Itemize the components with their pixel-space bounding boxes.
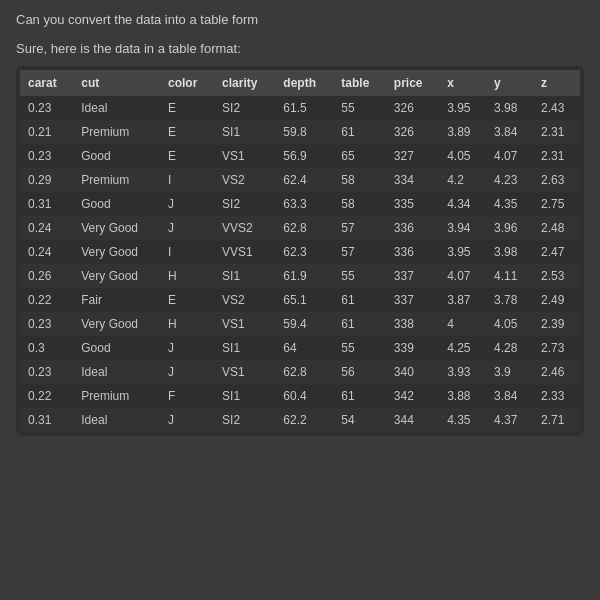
table-header: caratcutcolorclaritydepthtablepricexyz (20, 70, 580, 96)
table-cell-12-5: 61 (333, 384, 385, 408)
table-cell-13-4: 62.2 (275, 408, 333, 432)
table-cell-7-0: 0.26 (20, 264, 73, 288)
table-cell-2-0: 0.23 (20, 144, 73, 168)
column-header-x: x (439, 70, 486, 96)
table-row: 0.24Very GoodIVVS162.3573363.953.982.47 (20, 240, 580, 264)
column-header-depth: depth (275, 70, 333, 96)
table-cell-8-8: 3.78 (486, 288, 533, 312)
table-row: 0.23IdealESI261.5553263.953.982.43 (20, 96, 580, 120)
table-cell-8-3: VS2 (214, 288, 275, 312)
table-cell-3-5: 58 (333, 168, 385, 192)
table-cell-8-5: 61 (333, 288, 385, 312)
table-cell-9-8: 4.05 (486, 312, 533, 336)
table-cell-0-6: 326 (386, 96, 439, 120)
data-table-container: caratcutcolorclaritydepthtablepricexyz 0… (16, 66, 584, 436)
table-cell-6-1: Very Good (73, 240, 160, 264)
table-cell-5-6: 336 (386, 216, 439, 240)
table-cell-7-8: 4.11 (486, 264, 533, 288)
table-cell-11-7: 3.93 (439, 360, 486, 384)
table-cell-4-5: 58 (333, 192, 385, 216)
table-cell-2-5: 65 (333, 144, 385, 168)
chat-area: Can you convert the data into a table fo… (0, 0, 600, 448)
column-header-clarity: clarity (214, 70, 275, 96)
table-cell-9-0: 0.23 (20, 312, 73, 336)
user-message-text: Can you convert the data into a table fo… (16, 12, 258, 27)
table-cell-11-4: 62.8 (275, 360, 333, 384)
table-cell-10-8: 4.28 (486, 336, 533, 360)
table-cell-9-7: 4 (439, 312, 486, 336)
table-cell-12-0: 0.22 (20, 384, 73, 408)
table-cell-1-2: E (160, 120, 214, 144)
table-cell-9-6: 338 (386, 312, 439, 336)
assistant-message: Sure, here is the data in a table format… (16, 41, 584, 56)
table-cell-0-0: 0.23 (20, 96, 73, 120)
table-cell-5-5: 57 (333, 216, 385, 240)
table-cell-13-8: 4.37 (486, 408, 533, 432)
table-cell-10-5: 55 (333, 336, 385, 360)
table-cell-9-4: 59.4 (275, 312, 333, 336)
table-cell-4-7: 4.34 (439, 192, 486, 216)
table-cell-2-1: Good (73, 144, 160, 168)
table-cell-12-7: 3.88 (439, 384, 486, 408)
table-cell-12-8: 3.84 (486, 384, 533, 408)
table-cell-2-7: 4.05 (439, 144, 486, 168)
table-cell-6-5: 57 (333, 240, 385, 264)
table-row: 0.22FairEVS265.1613373.873.782.49 (20, 288, 580, 312)
table-row: 0.29PremiumIVS262.4583344.24.232.63 (20, 168, 580, 192)
table-cell-4-8: 4.35 (486, 192, 533, 216)
table-cell-11-1: Ideal (73, 360, 160, 384)
table-cell-13-3: SI2 (214, 408, 275, 432)
table-cell-10-3: SI1 (214, 336, 275, 360)
data-table: caratcutcolorclaritydepthtablepricexyz 0… (20, 70, 580, 432)
table-cell-0-3: SI2 (214, 96, 275, 120)
table-cell-8-9: 2.49 (533, 288, 580, 312)
column-header-y: y (486, 70, 533, 96)
table-cell-2-8: 4.07 (486, 144, 533, 168)
table-cell-3-4: 62.4 (275, 168, 333, 192)
table-cell-6-4: 62.3 (275, 240, 333, 264)
table-cell-2-9: 2.31 (533, 144, 580, 168)
table-cell-13-9: 2.71 (533, 408, 580, 432)
table-cell-7-4: 61.9 (275, 264, 333, 288)
table-cell-7-7: 4.07 (439, 264, 486, 288)
column-header-price: price (386, 70, 439, 96)
table-cell-9-2: H (160, 312, 214, 336)
table-cell-5-3: VVS2 (214, 216, 275, 240)
table-cell-3-1: Premium (73, 168, 160, 192)
table-cell-12-9: 2.33 (533, 384, 580, 408)
table-cell-11-5: 56 (333, 360, 385, 384)
table-row: 0.23GoodEVS156.9653274.054.072.31 (20, 144, 580, 168)
table-cell-10-2: J (160, 336, 214, 360)
table-cell-5-9: 2.48 (533, 216, 580, 240)
table-cell-8-0: 0.22 (20, 288, 73, 312)
column-header-z: z (533, 70, 580, 96)
table-cell-12-3: SI1 (214, 384, 275, 408)
table-cell-1-7: 3.89 (439, 120, 486, 144)
table-cell-10-0: 0.3 (20, 336, 73, 360)
table-cell-0-1: Ideal (73, 96, 160, 120)
table-cell-8-6: 337 (386, 288, 439, 312)
table-cell-0-7: 3.95 (439, 96, 486, 120)
table-cell-11-8: 3.9 (486, 360, 533, 384)
table-cell-7-2: H (160, 264, 214, 288)
table-cell-1-3: SI1 (214, 120, 275, 144)
table-cell-1-6: 326 (386, 120, 439, 144)
table-cell-3-3: VS2 (214, 168, 275, 192)
table-row: 0.3GoodJSI164553394.254.282.73 (20, 336, 580, 360)
table-cell-4-9: 2.75 (533, 192, 580, 216)
table-cell-7-6: 337 (386, 264, 439, 288)
table-cell-11-2: J (160, 360, 214, 384)
table-cell-7-5: 55 (333, 264, 385, 288)
table-cell-5-4: 62.8 (275, 216, 333, 240)
table-cell-1-0: 0.21 (20, 120, 73, 144)
table-cell-3-2: I (160, 168, 214, 192)
table-cell-2-4: 56.9 (275, 144, 333, 168)
table-cell-3-9: 2.63 (533, 168, 580, 192)
table-body: 0.23IdealESI261.5553263.953.982.430.21Pr… (20, 96, 580, 432)
table-row: 0.22PremiumFSI160.4613423.883.842.33 (20, 384, 580, 408)
table-cell-6-2: I (160, 240, 214, 264)
table-cell-3-7: 4.2 (439, 168, 486, 192)
table-cell-11-0: 0.23 (20, 360, 73, 384)
table-cell-5-7: 3.94 (439, 216, 486, 240)
table-cell-13-5: 54 (333, 408, 385, 432)
